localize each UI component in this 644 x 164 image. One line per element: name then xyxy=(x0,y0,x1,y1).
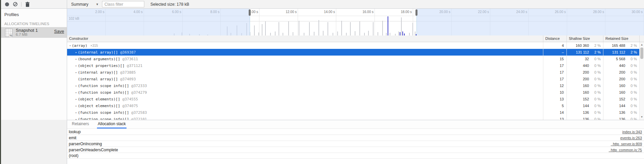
distance-value: 15 xyxy=(543,57,566,61)
expand-icon[interactable]: ▸ xyxy=(75,91,78,94)
table-row[interactable]: ▸(object elements)[]@374555131520 %1520 … xyxy=(67,96,644,102)
instance-count: ×315 xyxy=(90,44,98,48)
object-id: @374093 xyxy=(120,77,136,81)
column-header-spacer xyxy=(639,35,644,42)
timeline-gridline xyxy=(375,9,375,35)
retained-size-value: 152 xyxy=(603,97,628,101)
allocation-timelines-heading: ALLOCATION TIMELINES xyxy=(1,17,67,27)
stack-frame-row[interactable]: parserOnHeadersComplete_http_common.js:7… xyxy=(67,147,644,153)
selection-handle-right[interactable] xyxy=(415,9,417,16)
collapse-icon[interactable]: ▾ xyxy=(68,44,72,47)
perspective-select[interactable]: Summary ▼ xyxy=(67,0,102,8)
tab-retainers[interactable]: Retainers xyxy=(71,120,90,129)
expand-icon[interactable]: ▸ xyxy=(75,98,78,101)
retained-size-value: 200 xyxy=(603,77,628,81)
tab-allocation-stack[interactable]: Allocation stack xyxy=(97,120,126,129)
timeline-tick-label: 14.00 s xyxy=(324,10,336,14)
retained-size-percent: 0 % xyxy=(628,57,639,61)
object-id: @373885 xyxy=(120,70,136,75)
column-header-distance[interactable]: Distance xyxy=(543,35,566,42)
expand-icon[interactable]: ▸ xyxy=(75,71,78,74)
table-row[interactable]: ▸(function scope info)[]@372333121600 %1… xyxy=(67,82,644,89)
save-link[interactable]: Save xyxy=(54,29,64,34)
allocation-bar xyxy=(318,20,319,35)
allocation-bar xyxy=(304,33,304,35)
scroll-down-icon[interactable]: ▼ xyxy=(640,115,644,119)
stack-frame-row[interactable]: lookupindex.js:343 xyxy=(67,129,644,135)
constructor-name: (internal array)[] xyxy=(78,77,118,81)
grid-scrollbar[interactable]: ▲ ▼ xyxy=(639,42,644,120)
table-row[interactable]: ▾(array)×3154160 3602 %165 4882 % xyxy=(67,42,644,49)
profiles-heading: Profiles xyxy=(1,9,67,17)
retained-size-percent: 0 % xyxy=(628,90,639,94)
table-row[interactable]: ▸(function scope info)[]@372101131360 %1… xyxy=(67,116,644,120)
frame-source-link[interactable]: _http_common.js:75 xyxy=(609,148,642,152)
shallow-size-value: 160 xyxy=(566,90,592,94)
frame-source-link[interactable]: events.js:263 xyxy=(620,136,642,140)
object-id: @373611 xyxy=(122,57,138,61)
retained-size-value: 160 xyxy=(603,84,628,88)
frame-source-link[interactable]: index.js:343 xyxy=(622,130,642,134)
selection-handle-left[interactable] xyxy=(249,9,251,16)
object-id: @369387 xyxy=(120,50,136,55)
sidebar-item-snapshot[interactable]: % Snapshot 1 6.7 MB Save xyxy=(1,27,67,38)
clear-button[interactable] xyxy=(11,0,19,8)
table-row[interactable]: ▸(function scope info)[]@374279101600 %1… xyxy=(67,89,644,96)
timeline-tick-label: 18.00 s xyxy=(401,10,413,14)
allocation-bar xyxy=(364,33,365,35)
selected-size-label: Selected size: 178 kB xyxy=(150,2,189,7)
allocation-bar xyxy=(373,22,374,35)
allocation-bar xyxy=(323,31,324,35)
table-row[interactable]: ▸(function scope info)[]@372583141360 %1… xyxy=(67,109,644,116)
expand-icon[interactable]: ▸ xyxy=(75,84,78,87)
scroll-up-icon[interactable]: ▲ xyxy=(640,43,644,47)
allocation-bar xyxy=(415,31,415,35)
heap-object-grid: Constructor Distance Shallow Size Retain… xyxy=(67,35,644,120)
retained-size-value: 136 xyxy=(603,110,628,114)
table-row[interactable]: ▸(internal array)[]@369387–131 1122 %131… xyxy=(67,49,644,56)
allocation-bar xyxy=(254,25,255,35)
column-header-constructor[interactable]: Constructor xyxy=(67,35,543,42)
table-row[interactable]: ▸(internal array)[]@373885172000 %2000 % xyxy=(67,69,644,76)
snapshot-size: 6.7 MB xyxy=(16,32,38,37)
stack-frame-row[interactable]: parserOnIncoming_http_server.js:809 xyxy=(67,141,644,147)
column-header-shallow-size[interactable]: Shallow Size xyxy=(566,35,603,42)
allocation-bar xyxy=(368,31,369,35)
allocation-timeline-overview[interactable]: 2.00 s4.00 s6.00 s8.00 s0.00 s12.00 s14.… xyxy=(67,9,644,35)
retained-size-percent: 0 % xyxy=(628,64,639,68)
allocation-bar xyxy=(401,17,402,35)
delete-profile-button[interactable] xyxy=(23,0,32,8)
object-id: @371121 xyxy=(127,64,142,68)
allocation-bar xyxy=(328,22,328,35)
expand-icon[interactable]: ▸ xyxy=(75,58,78,61)
expand-icon[interactable]: ▸ xyxy=(75,51,78,54)
expand-icon[interactable]: ▸ xyxy=(75,111,78,114)
table-row[interactable]: (internal array)[]@374093172000 %2000 % xyxy=(67,76,644,82)
expand-icon[interactable]: ▸ xyxy=(75,104,78,107)
shallow-size-percent: 0 % xyxy=(592,104,603,108)
timeline-gridline xyxy=(259,9,259,35)
shallow-size-value: 200 xyxy=(566,77,592,81)
shallow-size-value: 136 xyxy=(566,110,592,114)
column-header-retained-size[interactable]: Retained Size xyxy=(603,35,639,42)
sidebar-bottom-fill xyxy=(1,120,67,164)
record-button[interactable] xyxy=(3,0,11,8)
distance-value: 5 xyxy=(543,104,566,108)
expand-icon[interactable]: ▸ xyxy=(75,64,78,67)
stack-frame-row[interactable]: emitevents.js:263 xyxy=(67,135,644,141)
retained-size-value: 144 xyxy=(603,104,628,108)
stack-frame-row[interactable]: (root) xyxy=(67,153,644,159)
class-filter-input[interactable] xyxy=(102,1,144,7)
scrollbar-thumb[interactable] xyxy=(640,48,643,59)
table-row[interactable]: ▸(bound arguments)[]@37361115320 %5 5680… xyxy=(67,56,644,62)
snapshot-meta: Snapshot 1 6.7 MB xyxy=(16,28,38,37)
shallow-size-percent: 0 % xyxy=(592,110,603,114)
object-id: @372101 xyxy=(131,117,147,120)
table-row[interactable]: ▸(object elements)[]@37407551440 %1440 % xyxy=(67,102,644,109)
frame-function-name: emit xyxy=(69,136,77,140)
frame-source-link[interactable]: _http_server.js:809 xyxy=(611,142,642,146)
main-area: 2.00 s4.00 s6.00 s8.00 s0.00 s12.00 s14.… xyxy=(67,9,644,164)
allocation-bar xyxy=(258,32,259,35)
window-edge xyxy=(0,0,1,164)
table-row[interactable]: ▸(object properties)[]@371121174400 %440… xyxy=(67,62,644,69)
